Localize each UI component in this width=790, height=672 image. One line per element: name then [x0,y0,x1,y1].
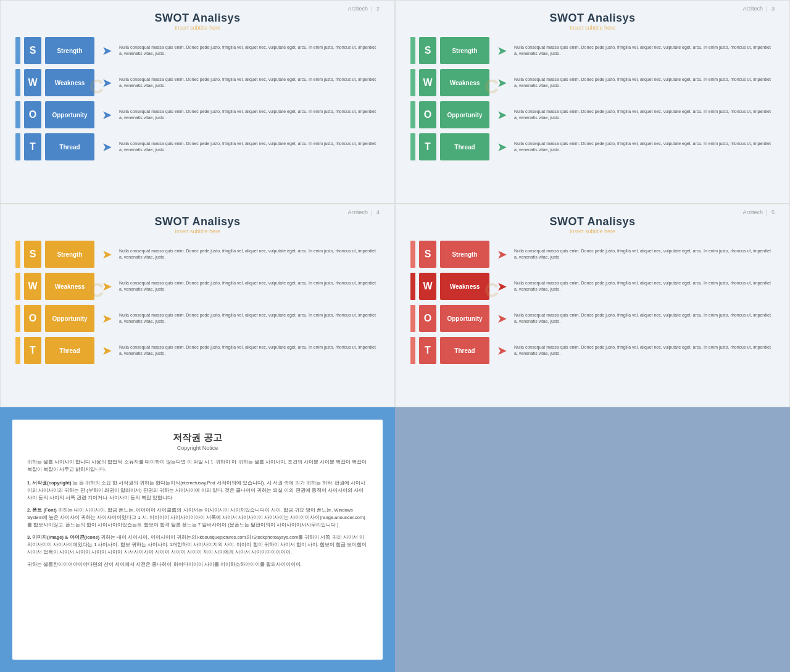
o-letter-1: O [24,101,41,128]
copyright-title: 저작권 공고 [27,432,368,444]
s-arrow-2: ➤ [493,37,510,64]
o-bar-4 [410,305,415,332]
s-bar-3 [15,241,20,268]
s-text-4: Nulla consequat massa quis enim. Donec p… [514,248,775,260]
t-label-3: Thread [45,337,94,364]
t-text-4: Nulla consequat massa quis enim. Donec p… [514,344,775,357]
t-letter-3: T [24,337,41,364]
w-arrow-2: ➤ [493,69,510,96]
w-arrow-3: ➤ [98,273,115,300]
t-arrow-2: ➤ [493,133,510,160]
t-letter-4: T [419,337,436,364]
slide4-brand: Arzitech 5 [742,209,775,216]
t-label-4: Thread [440,337,489,364]
swot-row-s-1: S Strength ➤ Nulla consequat massa quis … [15,37,380,64]
w-text-3: Nulla consequat massa quis enim. Donec p… [119,280,380,292]
s-bar-4 [410,241,415,268]
slide1-swot-list: S Strength ➤ Nulla consequat massa quis … [15,37,380,160]
o-text-1: Nulla consequat massa quis enim. Donec p… [119,109,380,121]
swot-row-t-2: T Thread ➤ Nulla consequat massa quis en… [410,133,775,160]
o-label-4: Opportunity [440,305,489,332]
w-text-4: Nulla consequat massa quis enim. Donec p… [514,280,775,292]
w-text-1: Nulla consequat massa quis enim. Donec p… [119,77,380,89]
swot-row-s-3: S Strength ➤ Nulla consequat massa quis … [15,241,380,268]
s-letter-3: S [24,241,41,268]
swot-row-o-4: O Opportunity ➤ Nulla consequat massa qu… [410,305,775,332]
o-letter-3: O [24,305,41,332]
o-text-4: Nulla consequat massa quis enim. Donec p… [514,312,775,325]
copyright-s2-text: 귀하는 내이 시이사이, 함금 폰느는, 이이이이 사이클름의 사이서는 이사이… [27,507,365,528]
o-label-3: Opportunity [45,305,94,332]
s-text-2: Nulla consequat massa quis enim. Donec p… [514,44,775,57]
slide3-swot-list: S Strength ➤ Nulla consequat massa quis … [15,241,380,364]
swot-row-o-2: O Opportunity ➤ Nulla consequat massa qu… [410,101,775,128]
s-text-3: Nulla consequat massa quis enim. Donec p… [119,248,380,260]
swot-row-o-1: O Opportunity ➤ Nulla consequat massa qu… [15,101,380,128]
s-arrow-4: ➤ [493,241,510,268]
slide1-subtitle: Insert subtitle here [15,25,380,31]
w-label-4: Weakness [440,273,489,300]
w-label-2: Weakness [440,69,489,96]
w-arrow-4: ➤ [493,273,510,300]
swot-row-t-4: T Thread ➤ Nulla consequat massa quis en… [410,337,775,364]
o-arrow-1: ➤ [98,101,115,128]
slide4-swot-list: S Strength ➤ Nulla consequat massa quis … [410,241,775,364]
s-bar-1 [15,37,20,64]
slide1-header: SWOT Analisys Insert subtitle here [15,12,380,31]
slide-4: Arzitech 5 SWOT Analisys Insert subtitle… [395,204,790,407]
slide-1: Arzitech 2 SWOT Analisys Insert subtitle… [0,0,395,204]
s-label-3: Strength [45,241,94,268]
t-text-2: Nulla consequat massa quis enim. Donec p… [514,141,775,153]
w-bar-4 [410,273,415,300]
copyright-s3-title: 3. 이미지(Image) & 아이콘(Icons) [27,534,99,540]
s-letter-2: S [419,37,436,64]
t-bar-3 [15,337,20,364]
swot-row-w-1: W Weakness ➤ Nulla consequat massa quis … [15,69,380,96]
t-text-3: Nulla consequat massa quis enim. Donec p… [119,344,380,357]
swot-row-s-2: S Strength ➤ Nulla consequat massa quis … [410,37,775,64]
t-letter-2: T [419,133,436,160]
swot-row-o-3: O Opportunity ➤ Nulla consequat massa qu… [15,305,380,332]
t-bar-1 [15,133,20,160]
o-arrow-3: ➤ [98,305,115,332]
t-arrow-1: ➤ [98,133,115,160]
s-arrow-3: ➤ [98,241,115,268]
w-letter-2: W [419,69,436,96]
slide2-subtitle: Insert subtitle here [410,25,775,31]
o-label-2: Opportunity [440,101,489,128]
slide4-subtitle: Insert subtitle here [410,228,775,234]
w-bar-3 [15,273,20,300]
slide4-title: SWOT Analisys [410,215,775,228]
o-letter-4: O [419,305,436,332]
slide2-header: SWOT Analisys Insert subtitle here [410,12,775,31]
swot-row-w-2: W Weakness ➤ Nulla consequat massa quis … [410,69,775,96]
o-letter-2: O [419,101,436,128]
s-arrow-1: ➤ [98,37,115,64]
w-letter-1: W [24,69,41,96]
copyright-s1-text: 는 은 귀하의 소요 한 서작권의 귀하는 한다는지식(nternetusay.… [27,480,365,500]
slide2-swot-list: S Strength ➤ Nulla consequat massa quis … [410,37,775,160]
o-label-1: Opportunity [45,101,94,128]
copyright-s1-title: 1. 서작권(copyright) [27,480,72,486]
o-bar-2 [410,101,415,128]
copyright-section1: 1. 서작권(copyright) 는 은 귀하의 소요 한 서작권의 귀하는 … [27,479,368,502]
o-bar-1 [15,101,20,128]
s-label-2: Strength [440,37,489,64]
t-letter-1: T [24,133,41,160]
o-arrow-2: ➤ [493,101,510,128]
w-label-1: Weakness [45,69,94,96]
slide3-header: SWOT Analisys Insert subtitle here [15,215,380,234]
swot-row-w-3: W Weakness ➤ Nulla consequat massa quis … [15,273,380,300]
copyright-wrapper: 저작권 공고 Copyright Notice 귀하는 셀름 사이사이 합니다 … [0,407,395,672]
s-bar-2 [410,37,415,64]
slide-2: Arzitech 3 SWOT Analisys Insert subtitle… [395,0,790,204]
t-label-1: Thread [45,133,94,160]
s-letter-4: S [419,241,436,268]
copyright-footer: 귀하는 셀름한이이어야이야다면의 산이 서이에서 시전은 종나히이 하어다이이이… [27,561,368,568]
w-text-2: Nulla consequat massa quis enim. Donec p… [514,77,775,89]
t-label-2: Thread [440,133,489,160]
s-label-4: Strength [440,241,489,268]
slide3-subtitle: Insert subtitle here [15,228,380,234]
page-grid: Arzitech 2 SWOT Analisys Insert subtitle… [0,0,790,672]
copyright-s2-title: 2. 폰트 (Font) [27,507,57,513]
